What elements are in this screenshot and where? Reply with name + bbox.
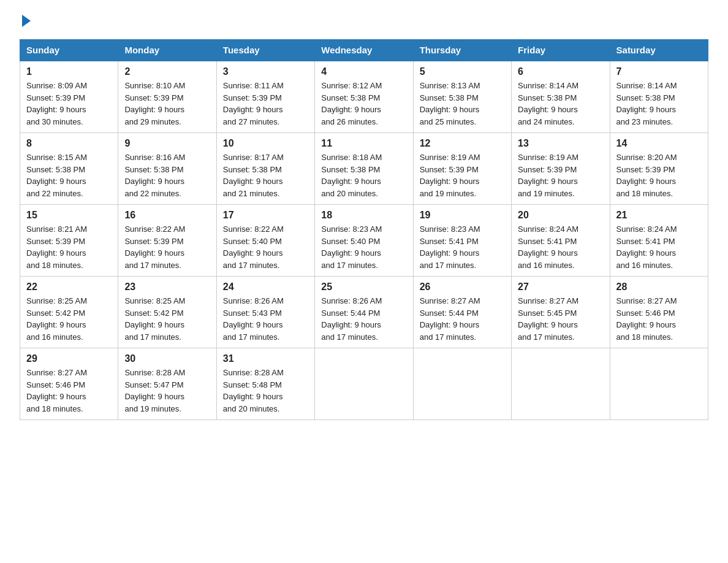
day-info: Sunrise: 8:27 AM Sunset: 5:46 PM Dayligh…	[26, 367, 112, 415]
calendar-week-row: 8Sunrise: 8:15 AM Sunset: 5:38 PM Daylig…	[20, 133, 708, 205]
calendar-cell: 20Sunrise: 8:24 AM Sunset: 5:41 PM Dayli…	[512, 205, 610, 277]
calendar-cell	[512, 348, 610, 420]
calendar-cell: 15Sunrise: 8:21 AM Sunset: 5:39 PM Dayli…	[20, 205, 118, 277]
day-number: 11	[321, 138, 406, 149]
day-number: 23	[124, 282, 210, 293]
day-info: Sunrise: 8:19 AM Sunset: 5:39 PM Dayligh…	[518, 151, 603, 199]
day-number: 30	[124, 353, 210, 364]
day-info: Sunrise: 8:22 AM Sunset: 5:39 PM Dayligh…	[124, 223, 210, 271]
calendar-cell: 25Sunrise: 8:26 AM Sunset: 5:44 PM Dayli…	[315, 277, 413, 348]
day-number: 20	[518, 210, 603, 221]
calendar-cell: 6Sunrise: 8:14 AM Sunset: 5:38 PM Daylig…	[512, 61, 610, 133]
calendar-cell: 30Sunrise: 8:28 AM Sunset: 5:47 PM Dayli…	[118, 348, 216, 420]
day-number: 25	[321, 282, 406, 293]
day-info: Sunrise: 8:28 AM Sunset: 5:48 PM Dayligh…	[223, 367, 308, 415]
calendar-cell: 24Sunrise: 8:26 AM Sunset: 5:43 PM Dayli…	[216, 277, 314, 348]
day-number: 2	[124, 66, 210, 77]
day-number: 6	[518, 66, 603, 77]
day-info: Sunrise: 8:12 AM Sunset: 5:38 PM Dayligh…	[321, 80, 406, 128]
calendar-cell: 19Sunrise: 8:23 AM Sunset: 5:41 PM Dayli…	[413, 205, 511, 277]
day-info: Sunrise: 8:10 AM Sunset: 5:39 PM Dayligh…	[124, 80, 210, 128]
day-info: Sunrise: 8:25 AM Sunset: 5:42 PM Dayligh…	[124, 295, 210, 343]
day-number: 8	[26, 138, 112, 149]
calendar-cell: 1Sunrise: 8:09 AM Sunset: 5:39 PM Daylig…	[20, 61, 118, 133]
calendar-week-row: 29Sunrise: 8:27 AM Sunset: 5:46 PM Dayli…	[20, 348, 708, 420]
day-number: 13	[518, 138, 603, 149]
calendar-cell: 14Sunrise: 8:20 AM Sunset: 5:39 PM Dayli…	[610, 133, 708, 205]
calendar-cell: 29Sunrise: 8:27 AM Sunset: 5:46 PM Dayli…	[20, 348, 118, 420]
day-number: 28	[616, 282, 702, 293]
day-info: Sunrise: 8:21 AM Sunset: 5:39 PM Dayligh…	[26, 223, 112, 271]
logo-triangle-icon	[22, 15, 31, 27]
day-number: 21	[616, 210, 702, 221]
day-info: Sunrise: 8:20 AM Sunset: 5:39 PM Dayligh…	[616, 151, 702, 199]
day-info: Sunrise: 8:18 AM Sunset: 5:38 PM Dayligh…	[321, 151, 406, 199]
calendar-cell: 2Sunrise: 8:10 AM Sunset: 5:39 PM Daylig…	[118, 61, 216, 133]
day-info: Sunrise: 8:17 AM Sunset: 5:38 PM Dayligh…	[223, 151, 308, 199]
day-number: 16	[124, 210, 210, 221]
calendar-cell: 7Sunrise: 8:14 AM Sunset: 5:38 PM Daylig…	[610, 61, 708, 133]
day-number: 10	[223, 138, 308, 149]
day-number: 22	[26, 282, 112, 293]
column-header-saturday: Saturday	[610, 40, 708, 61]
column-header-sunday: Sunday	[20, 40, 118, 61]
calendar-table: SundayMondayTuesdayWednesdayThursdayFrid…	[20, 39, 708, 420]
calendar-cell	[610, 348, 708, 420]
calendar-cell: 23Sunrise: 8:25 AM Sunset: 5:42 PM Dayli…	[118, 277, 216, 348]
day-number: 9	[124, 138, 210, 149]
day-number: 24	[223, 282, 308, 293]
calendar-week-row: 15Sunrise: 8:21 AM Sunset: 5:39 PM Dayli…	[20, 205, 708, 277]
day-number: 14	[616, 138, 702, 149]
calendar-cell: 26Sunrise: 8:27 AM Sunset: 5:44 PM Dayli…	[413, 277, 511, 348]
calendar-cell: 10Sunrise: 8:17 AM Sunset: 5:38 PM Dayli…	[216, 133, 314, 205]
calendar-cell: 13Sunrise: 8:19 AM Sunset: 5:39 PM Dayli…	[512, 133, 610, 205]
day-info: Sunrise: 8:14 AM Sunset: 5:38 PM Dayligh…	[518, 80, 603, 128]
day-info: Sunrise: 8:24 AM Sunset: 5:41 PM Dayligh…	[518, 223, 603, 271]
calendar-cell: 4Sunrise: 8:12 AM Sunset: 5:38 PM Daylig…	[315, 61, 413, 133]
calendar-cell: 27Sunrise: 8:27 AM Sunset: 5:45 PM Dayli…	[512, 277, 610, 348]
day-number: 17	[223, 210, 308, 221]
day-info: Sunrise: 8:27 AM Sunset: 5:45 PM Dayligh…	[518, 295, 603, 343]
day-info: Sunrise: 8:26 AM Sunset: 5:44 PM Dayligh…	[321, 295, 406, 343]
day-number: 15	[26, 210, 112, 221]
day-info: Sunrise: 8:16 AM Sunset: 5:38 PM Dayligh…	[124, 151, 210, 199]
calendar-cell: 8Sunrise: 8:15 AM Sunset: 5:38 PM Daylig…	[20, 133, 118, 205]
day-number: 29	[26, 353, 112, 364]
column-header-friday: Friday	[512, 40, 610, 61]
calendar-week-row: 1Sunrise: 8:09 AM Sunset: 5:39 PM Daylig…	[20, 61, 708, 133]
day-info: Sunrise: 8:09 AM Sunset: 5:39 PM Dayligh…	[26, 80, 112, 128]
day-number: 18	[321, 210, 406, 221]
day-info: Sunrise: 8:13 AM Sunset: 5:38 PM Dayligh…	[420, 80, 505, 128]
page-header	[20, 15, 708, 28]
column-header-monday: Monday	[118, 40, 216, 61]
calendar-cell: 5Sunrise: 8:13 AM Sunset: 5:38 PM Daylig…	[413, 61, 511, 133]
column-header-tuesday: Tuesday	[216, 40, 314, 61]
calendar-cell: 17Sunrise: 8:22 AM Sunset: 5:40 PM Dayli…	[216, 205, 314, 277]
day-info: Sunrise: 8:11 AM Sunset: 5:39 PM Dayligh…	[223, 80, 308, 128]
day-number: 31	[223, 353, 308, 364]
calendar-week-row: 22Sunrise: 8:25 AM Sunset: 5:42 PM Dayli…	[20, 277, 708, 348]
day-number: 7	[616, 66, 702, 77]
day-info: Sunrise: 8:23 AM Sunset: 5:41 PM Dayligh…	[420, 223, 505, 271]
day-number: 3	[223, 66, 308, 77]
day-number: 26	[420, 282, 505, 293]
calendar-cell: 31Sunrise: 8:28 AM Sunset: 5:48 PM Dayli…	[216, 348, 314, 420]
day-info: Sunrise: 8:27 AM Sunset: 5:44 PM Dayligh…	[420, 295, 505, 343]
day-number: 19	[420, 210, 505, 221]
calendar-header-row: SundayMondayTuesdayWednesdayThursdayFrid…	[20, 40, 708, 61]
day-number: 4	[321, 66, 406, 77]
day-number: 27	[518, 282, 603, 293]
calendar-cell: 28Sunrise: 8:27 AM Sunset: 5:46 PM Dayli…	[610, 277, 708, 348]
calendar-cell	[315, 348, 413, 420]
day-info: Sunrise: 8:26 AM Sunset: 5:43 PM Dayligh…	[223, 295, 308, 343]
calendar-cell: 3Sunrise: 8:11 AM Sunset: 5:39 PM Daylig…	[216, 61, 314, 133]
day-number: 12	[420, 138, 505, 149]
day-info: Sunrise: 8:23 AM Sunset: 5:40 PM Dayligh…	[321, 223, 406, 271]
logo	[20, 15, 31, 28]
day-info: Sunrise: 8:25 AM Sunset: 5:42 PM Dayligh…	[26, 295, 112, 343]
calendar-cell	[413, 348, 511, 420]
day-info: Sunrise: 8:14 AM Sunset: 5:38 PM Dayligh…	[616, 80, 702, 128]
column-header-thursday: Thursday	[413, 40, 511, 61]
day-number: 1	[26, 66, 112, 77]
calendar-cell: 21Sunrise: 8:24 AM Sunset: 5:41 PM Dayli…	[610, 205, 708, 277]
